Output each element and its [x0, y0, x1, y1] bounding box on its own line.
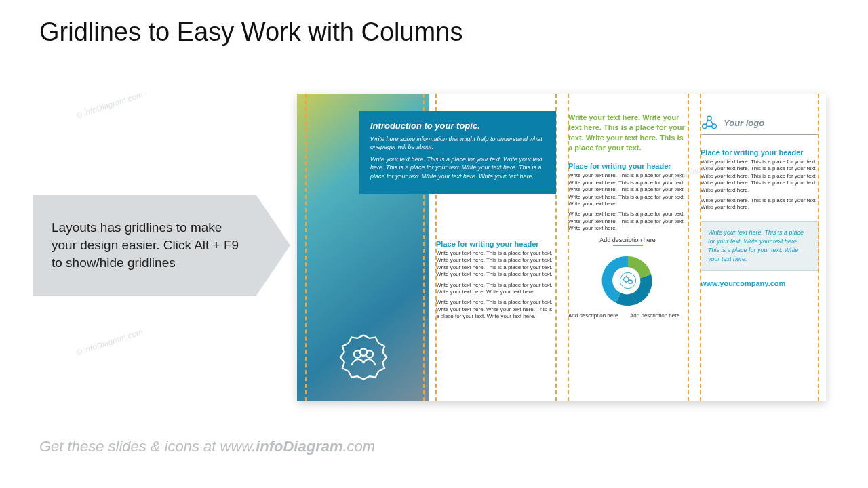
col3-desc-top: Add description here [568, 237, 687, 243]
divider [613, 245, 643, 246]
col2-p3: Write your text here. This is a place fo… [436, 299, 555, 320]
preview-col-4: Your logo Place for writing your header … [694, 94, 826, 401]
col2-p1: Write your text here. This is a place fo… [436, 250, 555, 279]
footer-brand: www.infoDiagram.com [220, 438, 376, 455]
intro-p1: Write here some information that might h… [370, 135, 545, 151]
col4-highlight-box: Write your text here. This is a place fo… [701, 221, 819, 271]
cycle-diagram-icon [597, 250, 658, 311]
col3-p2: Write your text here. This is a place fo… [568, 211, 687, 232]
info-callout: Layouts has gridlines to make your desig… [33, 195, 256, 296]
col2-p2: Write your text here. This is a place fo… [436, 282, 555, 296]
svg-point-8 [712, 124, 717, 129]
col4-header: Place for writing your header [701, 148, 819, 157]
page-title: Gridlines to Easy Work with Columns [39, 18, 462, 47]
watermark: © infoDiagram.com [75, 327, 144, 357]
slide-preview: Introduction to your topic. Write here s… [297, 94, 826, 401]
svg-point-6 [707, 116, 712, 121]
intro-p2: Write your text here. This is a place fo… [370, 155, 545, 180]
col3-desc-right: Add description here [630, 312, 687, 319]
intro-box: Introduction to your topic. Write here s… [359, 111, 556, 194]
col4-p1: Write your text here. This is a place fo… [701, 159, 819, 194]
col3-desc-row: Add description here Add description her… [568, 312, 687, 319]
info-callout-text: Layouts has gridlines to make your desig… [52, 219, 241, 272]
col2-header: Place for writing your header [436, 240, 555, 248]
col3-p1: Write your text here. This is a place fo… [568, 172, 687, 207]
company-url: www.yourcompany.com [701, 279, 819, 287]
logo-underline [701, 134, 819, 135]
people-badge-icon [338, 332, 389, 382]
logo-row: Your logo [701, 114, 819, 131]
intro-heading: Introduction to your topic. [370, 121, 545, 131]
col3-green-text: Write your text here. Write your text he… [568, 113, 687, 152]
svg-point-7 [703, 124, 707, 129]
col3-header: Place for writing your header [568, 162, 687, 170]
logo-mark-icon [701, 114, 718, 131]
col3-desc-left: Add description here [568, 312, 625, 319]
footer: Get these slides & icons at www.infoDiag… [39, 438, 375, 455]
preview-col-3: Write your text here. Write your text he… [561, 94, 694, 401]
watermark: © infoDiagram.com [75, 89, 144, 120]
footer-pre: Get these slides & icons at [39, 438, 220, 455]
col4-p2: Write your text here. This is a place fo… [701, 197, 819, 211]
logo-text: Your logo [724, 118, 764, 128]
